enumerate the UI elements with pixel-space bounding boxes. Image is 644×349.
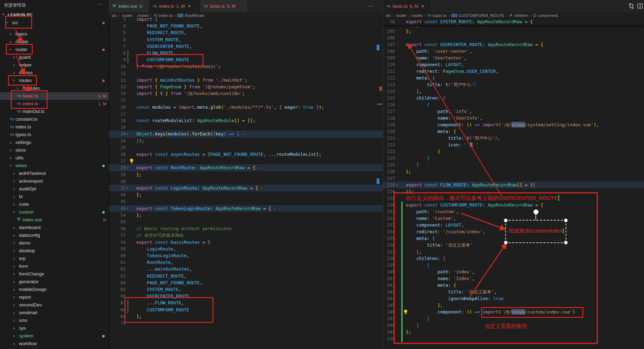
- line-number: 240: [383, 268, 395, 275]
- open-changes-icon[interactable]: [628, 3, 635, 11]
- sidebar-item-system[interactable]: ›system: [0, 332, 109, 340]
- folded-code-ellipsis[interactable]: ⋯: [537, 183, 541, 188]
- sidebar-item-constant-ts[interactable]: TSconstant.ts: [0, 115, 109, 123]
- tab-index-vue[interactable]: index.vueU: [109, 0, 149, 12]
- workspace-section-header[interactable]: › LEARUN PC: [0, 11, 109, 19]
- sidebar-item-src[interactable]: ›src: [0, 19, 109, 27]
- sidebar-item-types-ts[interactable]: TStypes.ts: [0, 131, 109, 139]
- fold-chevron-icon[interactable]: ›: [126, 164, 129, 171]
- sidebar-item-acthitaskinst[interactable]: ›actHiTaskinst: [0, 170, 109, 177]
- breadcrumb-item-basic-ts[interactable]: TSbasic.ts: [428, 13, 447, 18]
- breadcrumb-item-customform_route[interactable]: [@]CUSTOMFORM_ROUTE: [451, 13, 505, 18]
- gutter: [126, 286, 135, 293]
- code-line-114: 114 },: [383, 88, 644, 95]
- code-line-55: 55: [109, 218, 383, 225]
- line-number: 36: [109, 178, 126, 185]
- editor-group-divider[interactable]: [383, 0, 383, 349]
- split-editor-icon[interactable]: [637, 3, 643, 11]
- breadcrumb-item-src[interactable]: src: [386, 13, 391, 18]
- breadcrumb-item-children[interactable]: children: [509, 13, 528, 18]
- sidebar-item-report[interactable]: ›report: [0, 293, 109, 301]
- sidebar-item-router[interactable]: ›router: [0, 46, 109, 53]
- close-icon[interactable]: ×: [421, 4, 424, 9]
- sidebar-item-form[interactable]: ›form: [0, 262, 109, 270]
- git-change-gutter-bar: [401, 222, 403, 228]
- sidebar-item-erp[interactable]: ›erp: [0, 255, 109, 262]
- item-label: code: [19, 201, 29, 208]
- sidebar-item-activereport[interactable]: ›activereport: [0, 177, 109, 185]
- sidebar-item-bi[interactable]: ›bi: [0, 193, 109, 201]
- sidebar-item-menus[interactable]: ›menus: [0, 69, 109, 77]
- folded-code-ellipsis[interactable]: ⋯: [273, 207, 277, 211]
- folded-code-ellipsis[interactable]: ⋯: [257, 166, 261, 170]
- sidebar-item-utils[interactable]: ›utils: [0, 154, 109, 162]
- item-label: desktop: [19, 247, 35, 255]
- gutter: [126, 279, 135, 286]
- sidebar-item-routes[interactable]: ›routes: [0, 77, 109, 84]
- gutter: ›: [126, 131, 135, 137]
- sidebar-item-auditopt[interactable]: ›auditOpt: [0, 185, 109, 193]
- folded-code-ellipsis[interactable]: ⋯: [241, 132, 246, 137]
- sidebar-item-sendmail[interactable]: ›sendmail: [0, 309, 109, 317]
- sidebar-item-store[interactable]: ›store: [0, 146, 109, 154]
- sidebar-item-helper[interactable]: ›helper: [0, 61, 109, 69]
- sidebar-item-index-ts[interactable]: TSindex.ts1, M: [0, 100, 109, 108]
- folded-code-ellipsis[interactable]: ⋯: [259, 186, 264, 191]
- breadcrumb-item-routes[interactable]: routes: [411, 13, 423, 18]
- sidebar-item-logics[interactable]: ›logics: [0, 30, 109, 38]
- sidebar-item-model[interactable]: ›model: [0, 38, 109, 46]
- line-number: 117: [383, 108, 395, 115]
- code-line-124: 124 }: [383, 155, 644, 161]
- sidebar-item-mobiledesign[interactable]: ›mobileDesign: [0, 286, 109, 293]
- explorer-more-actions-icon[interactable]: ···: [97, 1, 103, 7]
- code-line-117: 117 path: 'info',: [383, 108, 644, 115]
- tab-index-ts[interactable]: TSindex.ts1, M×: [149, 0, 200, 12]
- sidebar-item-index-vue[interactable]: index.vueU: [0, 216, 109, 224]
- breadcrumb-item-router[interactable]: router: [396, 13, 406, 18]
- fold-chevron-icon[interactable]: ›: [126, 131, 129, 137]
- sidebar-item-workflow[interactable]: ›workflow: [0, 340, 109, 348]
- fold-chevron-icon[interactable]: ›: [126, 205, 129, 212]
- sidebar-item-modules[interactable]: ›modules: [0, 84, 109, 92]
- code-line-116: 116 {: [383, 101, 644, 108]
- sidebar-item-generator[interactable]: ›generator: [0, 278, 109, 286]
- gutter: [126, 83, 135, 90]
- sidebar-item-mainout-ts[interactable]: TSmainOut.ts: [0, 108, 109, 115]
- fold-chevron-icon[interactable]: ›: [126, 185, 129, 191]
- gutter: [395, 148, 404, 155]
- tab-basic-ts[interactable]: TSbasic.ts5, M×: [383, 0, 430, 12]
- breadcrumb-item-component[interactable]: component: [533, 13, 558, 18]
- sidebar-item-custom[interactable]: ›custom: [0, 208, 109, 216]
- gutter: [395, 329, 404, 335]
- sidebar-item-guard[interactable]: ›guard: [0, 53, 109, 61]
- code-line-249: 249};: [383, 329, 644, 335]
- breadcrumb-separator: ›: [393, 13, 394, 18]
- sidebar-item-demo[interactable]: ›demo: [0, 239, 109, 247]
- lightbulb-icon[interactable]: [129, 158, 134, 164]
- sidebar-item-settings[interactable]: ›settings: [0, 139, 109, 146]
- sidebar-item-views[interactable]: ›views: [0, 162, 109, 170]
- sidebar-item-seconddev[interactable]: ›secondDev: [0, 301, 109, 309]
- fold-chevron-icon[interactable]: ›: [396, 182, 398, 188]
- code-editor-right[interactable]: 105};106107export const USERCENTER_ROUTE…: [383, 28, 644, 349]
- code-editor-left[interactable]: 3import {4 PAGE_NOT_FOUND_ROUTE,5 REDIRE…: [109, 16, 383, 349]
- sidebar-item-desktop[interactable]: ›desktop: [0, 247, 109, 255]
- sidebar-item-code[interactable]: ›code: [0, 201, 109, 208]
- item-label: helper: [19, 61, 32, 69]
- line-number: 114: [383, 88, 395, 95]
- gutter: [395, 25, 404, 28]
- sidebar-item-sms[interactable]: ›sms: [0, 317, 109, 324]
- lightbulb-icon[interactable]: [403, 309, 408, 315]
- sidebar-item-dashboard[interactable]: ›dashboard: [0, 224, 109, 231]
- line-number: 27: [109, 158, 126, 164]
- line-number: 13: [109, 83, 126, 90]
- sidebar-item-index-ts[interactable]: TSindex.ts: [0, 123, 109, 131]
- editor-actions-more-icon[interactable]: ···: [368, 3, 373, 9]
- gutter: ›: [126, 205, 135, 212]
- sidebar-item-basic-ts[interactable]: TSbasic.ts5, M: [0, 92, 109, 100]
- sidebar-item-formchange[interactable]: ›formChange: [0, 270, 109, 278]
- sidebar-item-dataconfig[interactable]: ›dataconfig: [0, 231, 109, 239]
- tab-basic-ts[interactable]: TSbasic.ts5, M: [200, 0, 248, 12]
- sidebar-item-sys[interactable]: ›sys: [0, 324, 109, 332]
- close-icon[interactable]: ×: [188, 4, 191, 9]
